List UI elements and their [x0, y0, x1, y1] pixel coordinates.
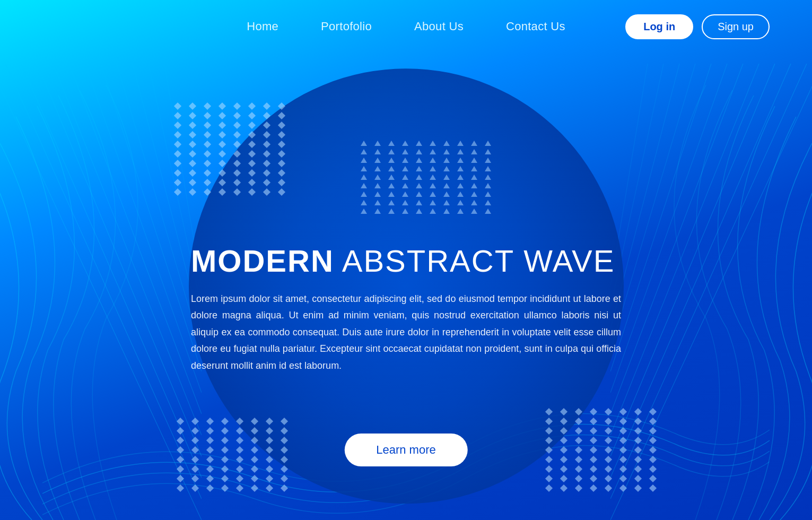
navbar: Home Portofolio About Us Contact Us Log …	[0, 0, 812, 53]
nav-about[interactable]: About Us	[414, 20, 464, 33]
nav-buttons: Log in Sign up	[625, 14, 770, 39]
hero-title: MODERN ABSTRACT WAVE	[191, 244, 621, 278]
login-button[interactable]: Log in	[625, 14, 693, 39]
svg-line-17	[610, 64, 775, 456]
wave-left-decoration	[0, 64, 202, 520]
nav-portfolio[interactable]: Portofolio	[321, 20, 372, 33]
svg-line-3	[21, 64, 202, 478]
svg-line-9	[117, 64, 202, 350]
svg-line-15	[610, 64, 807, 499]
hero-title-rest: ABSTRACT WAVE	[334, 244, 615, 278]
svg-line-1	[0, 64, 202, 520]
svg-line-20	[610, 64, 727, 393]
wave-right-decoration	[610, 64, 812, 520]
svg-line-7	[85, 64, 202, 393]
signup-button[interactable]: Sign up	[702, 14, 770, 39]
svg-rect-13	[610, 64, 812, 520]
svg-line-16	[610, 64, 791, 478]
nav-home[interactable]: Home	[247, 20, 278, 33]
svg-line-6	[69, 64, 202, 414]
svg-line-14	[610, 64, 812, 520]
svg-line-5	[53, 64, 202, 435]
hero-title-bold: MODERN	[191, 244, 334, 278]
nav-contact[interactable]: Contact Us	[506, 20, 565, 33]
page-wrapper: Home Portofolio About Us Contact Us Log …	[0, 0, 812, 520]
svg-line-4	[37, 64, 202, 456]
svg-line-8	[101, 64, 202, 371]
svg-line-21	[610, 64, 711, 371]
hero-description: Lorem ipsum dolor sit amet, consectetur …	[191, 291, 621, 375]
svg-line-18	[610, 64, 759, 435]
svg-rect-0	[0, 64, 202, 520]
svg-line-19	[610, 64, 743, 414]
svg-line-2	[5, 64, 202, 499]
learn-more-button[interactable]: Learn more	[344, 434, 468, 466]
main-content: MODERN ABSTRACT WAVE Lorem ipsum dolor s…	[191, 244, 621, 397]
svg-line-22	[610, 64, 695, 350]
